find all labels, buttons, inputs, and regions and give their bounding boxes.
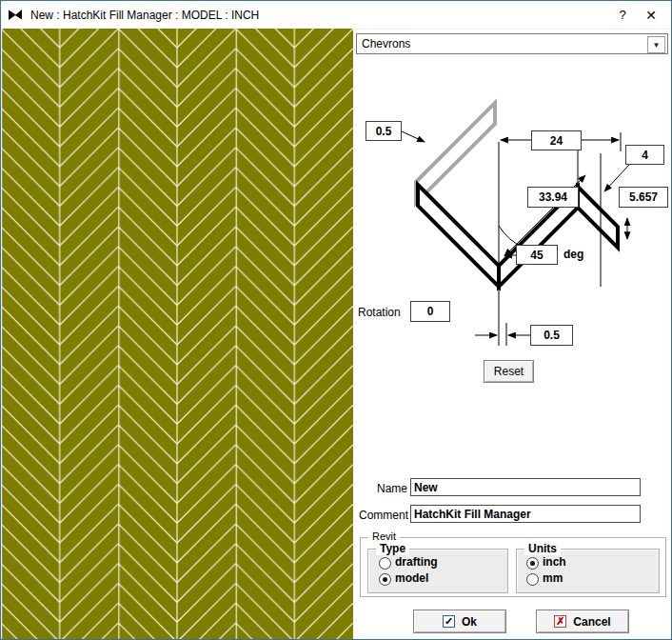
app-icon (8, 8, 23, 23)
radio-inch-label[interactable]: inch (543, 555, 566, 569)
window-title: New : HatchKit Fill Manager : MODEL : IN… (30, 9, 259, 22)
chevron-left-band (418, 185, 499, 287)
radio-drafting[interactable] (379, 557, 391, 570)
title-bar: New : HatchKit Fill Manager : MODEL : IN… (1, 1, 671, 30)
ghost-band (416, 103, 495, 203)
units-legend: Units (524, 542, 561, 555)
angle-unit-label: deg (563, 248, 583, 261)
units-group: Units inch mm (516, 549, 660, 593)
hatchkit-window: New : HatchKit Fill Manager : MODEL : IN… (0, 0, 672, 640)
radio-mm-label[interactable]: mm (543, 571, 563, 585)
chevron-hatch (1, 29, 353, 639)
dim-vertical-gap-input[interactable]: 5.657 (619, 187, 668, 208)
ok-label: Ok (462, 615, 477, 629)
radio-drafting-label[interactable]: drafting (395, 555, 438, 569)
dim-offset-bottom-input[interactable]: 0.5 (530, 325, 573, 346)
chevron-down-icon[interactable]: ▼ (647, 36, 665, 53)
reset-button[interactable]: Reset (484, 360, 534, 383)
radio-model[interactable] (379, 573, 391, 586)
chevron-next-band (578, 187, 618, 248)
dim-width-input[interactable]: 24 (531, 130, 582, 150)
dim-offset-top-input[interactable]: 0.5 (366, 121, 402, 141)
dim-length-input[interactable]: 33.94 (527, 187, 579, 208)
rotation-label: Rotation (358, 306, 401, 319)
cancel-button[interactable]: ✗ Cancel (536, 610, 629, 633)
type-legend: Type (376, 542, 409, 555)
close-button[interactable]: ✕ (637, 8, 665, 23)
x-icon: ✗ (554, 615, 566, 628)
type-group: Type drafting model (367, 549, 508, 593)
revit-legend: Revit (368, 530, 400, 542)
radio-model-label[interactable]: model (395, 571, 428, 585)
comment-input[interactable] (410, 505, 641, 523)
pattern-type-value: Chevrons (362, 37, 410, 50)
radio-inch[interactable] (526, 557, 539, 570)
dim-gap-input[interactable]: 4 (625, 145, 664, 165)
cancel-label: Cancel (573, 615, 610, 629)
pattern-type-select[interactable]: Chevrons ▼ (356, 33, 668, 54)
name-label: Name (375, 482, 407, 495)
dim-angle-input[interactable]: 45 (516, 245, 558, 265)
name-input[interactable] (410, 478, 641, 496)
rotation-input[interactable]: 0 (410, 301, 450, 322)
ok-button[interactable]: ✓ Ok (413, 610, 506, 633)
comment-label: Comment (359, 509, 407, 522)
radio-mm[interactable] (526, 573, 539, 586)
help-button[interactable]: ? (608, 8, 637, 22)
pattern-preview (1, 29, 353, 639)
revit-group: Revit Type drafting model Units inch mm (360, 537, 666, 597)
check-icon: ✓ (443, 615, 455, 628)
